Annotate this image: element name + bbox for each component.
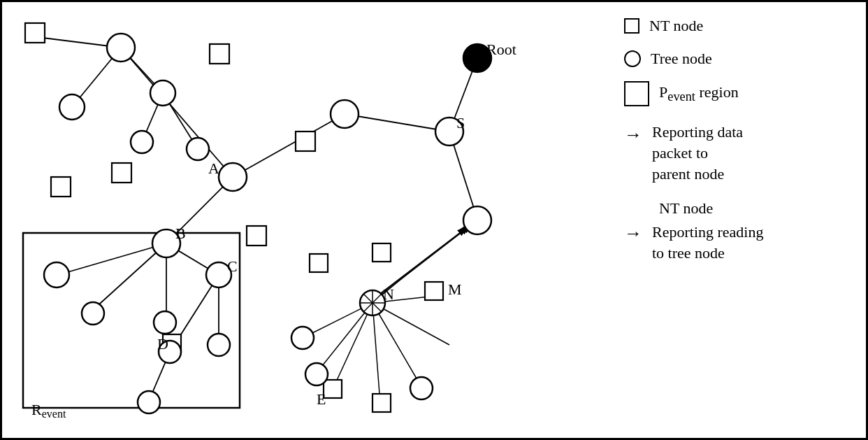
svg-rect-36 (247, 226, 266, 246)
svg-rect-41 (324, 380, 342, 398)
svg-rect-0 (23, 233, 240, 408)
svg-rect-31 (25, 23, 45, 43)
svg-point-46 (131, 131, 153, 153)
svg-point-59 (305, 363, 328, 385)
reporting-data-label: Reporting datapacket toparent node (652, 122, 743, 184)
c-label: C (227, 257, 238, 275)
tree-node-icon (624, 50, 641, 67)
svg-point-60 (291, 327, 314, 349)
svg-point-54 (154, 311, 176, 334)
svg-point-44 (59, 94, 85, 120)
svg-point-50 (463, 206, 491, 234)
main-container: Root S A B C D E N M Revent NT node Tree… (0, 0, 868, 440)
legend-panel: NT node Tree node Pevent region → Report… (624, 16, 862, 275)
svg-point-43 (107, 34, 135, 62)
svg-point-53 (82, 302, 104, 325)
legend-tree-node: Tree node (624, 49, 862, 69)
nt-node-icon (624, 18, 639, 34)
svg-line-8 (345, 114, 449, 132)
reporting-reading-label: Reporting readingto tree node (652, 222, 763, 263)
svg-point-47 (187, 138, 209, 160)
svg-point-49 (331, 100, 359, 128)
p-event-label: Pevent region (659, 83, 739, 106)
legend-p-event: Pevent region (624, 81, 862, 106)
p-event-sub: event (667, 90, 695, 104)
arrow-right-2-icon: → (624, 223, 642, 244)
svg-point-56 (208, 334, 230, 356)
n-label: N (383, 285, 394, 303)
legend-nt-reporting-header: NT node (624, 199, 862, 218)
svg-rect-38 (310, 254, 328, 272)
svg-point-58 (138, 391, 160, 413)
svg-line-7 (233, 114, 345, 177)
legend-reporting-data: → Reporting datapacket toparent node (624, 122, 862, 184)
svg-line-12 (58, 243, 166, 275)
a-label: A (208, 159, 219, 177)
svg-point-52 (44, 262, 69, 288)
svg-point-48 (219, 163, 247, 191)
svg-rect-33 (296, 132, 315, 151)
s-label: S (456, 114, 465, 132)
diagram-svg: Root S A B C D E N M Revent (2, 2, 610, 440)
svg-rect-35 (51, 177, 71, 197)
svg-point-61 (410, 377, 433, 399)
p-event-icon (624, 81, 649, 106)
svg-line-6 (121, 48, 233, 177)
arrow-right-icon: → (624, 125, 642, 146)
m-label: M (448, 281, 462, 298)
svg-rect-39 (425, 282, 443, 300)
svg-line-22 (372, 303, 379, 394)
svg-rect-32 (210, 44, 229, 64)
legend-reporting-reading: → Reporting readingto tree node (624, 222, 862, 263)
svg-rect-34 (112, 163, 131, 183)
tree-node-label: Tree node (651, 49, 712, 69)
svg-rect-42 (372, 394, 391, 412)
e-label: E (317, 390, 326, 408)
root-label: Root (486, 41, 516, 58)
nt-node-reporting-label: NT node (659, 199, 713, 217)
b-label: B (175, 225, 186, 242)
nt-node-label: NT node (649, 16, 703, 36)
svg-point-45 (150, 80, 175, 106)
svg-line-23 (372, 303, 421, 387)
legend-nt-node: NT node (624, 16, 862, 36)
svg-rect-40 (372, 243, 391, 262)
r-event-label: Revent (31, 401, 66, 420)
d-label: D (157, 335, 168, 353)
